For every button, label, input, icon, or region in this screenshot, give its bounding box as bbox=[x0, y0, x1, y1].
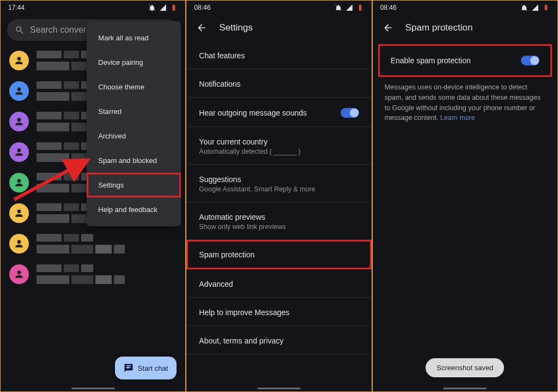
status-icons bbox=[520, 4, 550, 11]
setting-label: Help to improve Messages bbox=[199, 308, 289, 317]
setting-label: Spam protection bbox=[199, 250, 254, 259]
search-icon bbox=[15, 25, 25, 35]
setting-row-automatic-previews[interactable]: Automatic previewsShow only web link pre… bbox=[186, 202, 371, 240]
page-title: Spam protection bbox=[405, 22, 473, 33]
nav-home-indicator bbox=[257, 388, 301, 389]
spam-description: Messages uses on-device intelligence to … bbox=[373, 77, 557, 123]
status-time: 08:46 bbox=[194, 4, 210, 11]
menu-item-choose-theme[interactable]: Choose theme bbox=[87, 75, 181, 99]
setting-subtext: Google Assistant, Smart Reply & more bbox=[199, 185, 315, 193]
setting-row-suggestions[interactable]: SuggestionsGoogle Assistant, Smart Reply… bbox=[186, 165, 371, 202]
fab-label: Start chat bbox=[138, 364, 168, 372]
nav-home-indicator bbox=[71, 388, 115, 389]
conversation-row[interactable] bbox=[1, 228, 185, 259]
signal-icon bbox=[159, 4, 167, 11]
setting-label: Notifications bbox=[199, 80, 240, 88]
enable-spam-label: Enable spam protection bbox=[391, 56, 471, 65]
settings-list: Chat featuresNotificationsHear outgoing … bbox=[186, 41, 371, 391]
setting-row-chat-features[interactable]: Chat features bbox=[186, 41, 371, 69]
page-title: Settings bbox=[219, 22, 252, 33]
app-bar: Spam protection bbox=[373, 15, 557, 41]
setting-label: Automatic previews bbox=[199, 213, 286, 221]
battery-icon bbox=[170, 4, 178, 11]
screen-conversations: 17:44 Search conversat Mark all as readD… bbox=[0, 0, 186, 392]
app-bar: Settings bbox=[186, 15, 371, 41]
setting-row-about-terms-and-privacy[interactable]: About, terms and privacy bbox=[186, 326, 371, 354]
toggle[interactable] bbox=[341, 108, 359, 118]
setting-row-hear-outgoing-message-sounds[interactable]: Hear outgoing message sounds bbox=[186, 98, 371, 127]
avatar bbox=[9, 51, 29, 70]
setting-row-advanced[interactable]: Advanced bbox=[186, 269, 371, 298]
back-icon[interactable] bbox=[383, 22, 393, 33]
battery-icon bbox=[542, 4, 550, 11]
back-icon[interactable] bbox=[196, 22, 207, 33]
avatar bbox=[9, 264, 29, 284]
menu-item-mark-all-as-read[interactable]: Mark all as read bbox=[87, 26, 181, 50]
enable-spam-toggle[interactable] bbox=[521, 56, 539, 65]
screen-spam-protection: 08:46 Spam protection Enable spam protec… bbox=[372, 0, 558, 392]
avatar bbox=[9, 234, 29, 254]
menu-item-archived[interactable]: Archived bbox=[87, 124, 181, 148]
setting-row-help-to-improve-messages[interactable]: Help to improve Messages bbox=[186, 298, 371, 326]
setting-row-your-current-country[interactable]: Your current countryAutomatically detect… bbox=[186, 127, 371, 165]
menu-item-help-and-feedback[interactable]: Help and feedback bbox=[87, 197, 181, 222]
screenshot-toast: Screenshot saved bbox=[426, 358, 504, 377]
status-time: 17:44 bbox=[8, 4, 25, 11]
conversation-preview bbox=[37, 234, 177, 254]
avatar bbox=[9, 81, 29, 101]
menu-item-spam-and-blocked[interactable]: Spam and blocked bbox=[87, 148, 181, 173]
setting-label: Suggestions bbox=[199, 175, 315, 184]
setting-label: About, terms and privacy bbox=[199, 336, 283, 345]
avatar bbox=[9, 173, 29, 192]
setting-subtext: Automatically detected ( ______ ) bbox=[199, 148, 300, 155]
setting-label: Advanced bbox=[199, 280, 233, 288]
overflow-menu: Mark all as readDevice pairingChoose the… bbox=[87, 21, 181, 226]
setting-label: Hear outgoing message sounds bbox=[199, 108, 307, 117]
setting-label: Your current country bbox=[199, 137, 300, 146]
status-bar: 08:46 bbox=[373, 1, 557, 15]
battery-icon bbox=[356, 4, 364, 11]
setting-row-spam-protection[interactable]: Spam protection bbox=[186, 240, 371, 269]
menu-item-starred[interactable]: Starred bbox=[87, 99, 181, 124]
screen-settings: 08:46 Settings Chat featuresNotification… bbox=[186, 0, 372, 392]
conversation-preview bbox=[37, 264, 177, 284]
nav-home-indicator bbox=[443, 388, 487, 389]
status-bar: 17:44 bbox=[1, 1, 185, 15]
setting-subtext: Show only web link previews bbox=[199, 223, 286, 231]
start-chat-fab[interactable]: Start chat bbox=[115, 357, 177, 379]
conversation-row[interactable] bbox=[1, 259, 185, 290]
menu-item-settings[interactable]: Settings bbox=[87, 173, 181, 197]
setting-row-notifications[interactable]: Notifications bbox=[186, 69, 371, 98]
learn-more-link[interactable]: Learn more bbox=[440, 114, 475, 122]
avatar bbox=[9, 142, 29, 162]
status-bar: 08:46 bbox=[186, 1, 371, 15]
dnd-icon bbox=[520, 4, 528, 11]
signal-icon bbox=[345, 4, 353, 11]
chat-icon bbox=[124, 363, 134, 373]
avatar bbox=[9, 203, 29, 223]
status-icons bbox=[335, 4, 364, 11]
signal-icon bbox=[531, 4, 539, 11]
setting-label: Chat features bbox=[199, 51, 245, 60]
status-icons bbox=[148, 4, 178, 11]
toast-text: Screenshot saved bbox=[436, 364, 493, 372]
menu-item-device-pairing[interactable]: Device pairing bbox=[87, 50, 181, 75]
dnd-icon bbox=[148, 4, 156, 11]
status-time: 08:46 bbox=[380, 4, 397, 11]
enable-spam-protection-row[interactable]: Enable spam protection bbox=[378, 44, 552, 77]
dnd-icon bbox=[335, 4, 342, 11]
avatar bbox=[9, 112, 29, 131]
